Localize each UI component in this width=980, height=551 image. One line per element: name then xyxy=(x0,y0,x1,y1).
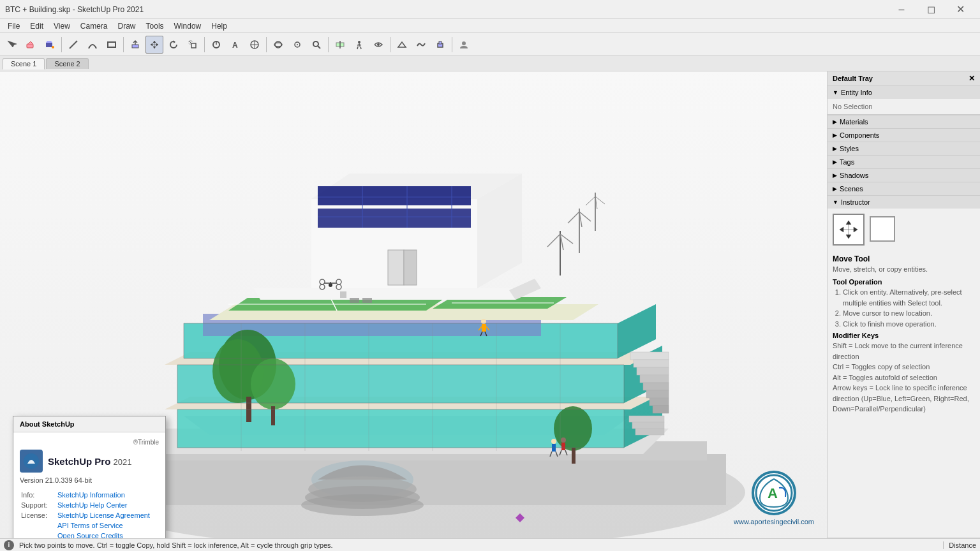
modifier-keys-list: Shift = Lock move to the current inferen… xyxy=(833,341,975,415)
svg-rect-5 xyxy=(191,43,196,48)
walk-tool[interactable] xyxy=(350,36,368,54)
menu-file[interactable]: File xyxy=(3,20,25,32)
viewport[interactable]: About SketchUp ®Trimble SketchUp Pro 202… xyxy=(0,71,827,538)
instructor-header[interactable]: ▼ Instructor xyxy=(828,196,980,209)
entity-info-arrow: ▼ xyxy=(833,89,838,96)
components-header[interactable]: ▶ Components xyxy=(828,129,980,142)
smoove-tool[interactable] xyxy=(412,36,430,54)
text-tool[interactable]: A xyxy=(226,36,244,54)
move-tool[interactable] xyxy=(145,36,163,54)
scene-tab-2[interactable]: Scene 2 xyxy=(46,58,88,69)
svg-rect-94 xyxy=(653,406,669,413)
support-label: Support: xyxy=(21,501,56,510)
account-button[interactable] xyxy=(455,36,473,54)
styles-header[interactable]: ▶ Styles xyxy=(828,142,980,155)
styles-section: ▶ Styles xyxy=(828,142,980,156)
info-link[interactable]: SketchUp Information xyxy=(57,491,125,499)
look-around-tool[interactable] xyxy=(369,36,387,54)
rectangle-tool[interactable] xyxy=(103,36,121,54)
svg-line-70 xyxy=(595,196,605,204)
close-button[interactable]: ✕ xyxy=(946,0,975,19)
svg-rect-93 xyxy=(650,398,669,406)
svg-point-83 xyxy=(251,358,295,409)
license-link[interactable]: SketchUp License Agreement xyxy=(57,511,150,519)
arc-tool[interactable] xyxy=(84,36,101,54)
select-tool[interactable] xyxy=(3,36,20,54)
push-pull-tool[interactable] xyxy=(126,36,144,54)
entity-info-header[interactable]: ▼ Entity Info xyxy=(828,86,980,99)
svg-text:A: A xyxy=(768,485,778,501)
restore-button[interactable]: ◻ xyxy=(916,0,946,19)
watermark-url: www.aportesingecivil.com xyxy=(734,518,814,525)
stamp-tool[interactable] xyxy=(431,36,449,54)
components-arrow: ▶ xyxy=(833,132,837,138)
menu-tools[interactable]: Tools xyxy=(141,20,169,32)
watermark: A www.aportesingecivil.com xyxy=(734,471,814,525)
separator-7 xyxy=(452,37,452,52)
sketchup-icon xyxy=(20,450,43,473)
separator-4 xyxy=(266,37,267,52)
building-scene: About SketchUp ®Trimble SketchUp Pro 202… xyxy=(0,71,827,538)
svg-line-67 xyxy=(568,212,579,223)
svg-rect-127 xyxy=(362,298,372,303)
menu-view[interactable]: View xyxy=(48,20,75,32)
modifier-keys-heading: Modifier Keys xyxy=(833,332,975,339)
sandbox-tool[interactable] xyxy=(393,36,411,54)
support-row: Support: SketchUp Help Center xyxy=(21,501,158,510)
axes-tool[interactable] xyxy=(246,36,264,54)
scenes-tray-section: ▶ Scenes xyxy=(828,182,980,196)
instructor-section: ▼ Instructor Move Tool Move, stretch, or… xyxy=(828,196,980,538)
components-section: ▶ Components xyxy=(828,129,980,142)
menu-help[interactable]: Help xyxy=(206,20,232,32)
app-name-group: SketchUp Pro 2021 xyxy=(48,456,131,467)
eraser-tool[interactable] xyxy=(22,36,40,54)
support-link[interactable]: SketchUp Help Center xyxy=(57,501,127,509)
tray-title: Default Tray xyxy=(833,75,873,82)
rotate-tool[interactable] xyxy=(165,36,182,54)
menu-edit[interactable]: Edit xyxy=(25,20,48,32)
scale-tool[interactable] xyxy=(184,36,202,54)
menu-window[interactable]: Window xyxy=(169,20,207,32)
section-plane-tool[interactable] xyxy=(331,36,349,54)
svg-rect-3 xyxy=(108,42,115,47)
shadows-label: Shadows xyxy=(840,172,868,179)
step-1: Click on entity. Alternatively, pre-sele… xyxy=(843,287,975,308)
svg-line-71 xyxy=(586,196,595,205)
dialog-title: About SketchUp xyxy=(13,416,165,432)
title-bar: BTC + Building.skp - SketchUp Pro 2021 –… xyxy=(0,0,980,19)
info-label: Info: xyxy=(21,490,56,499)
modifier-key-2: Ctrl = Toggles copy of selection xyxy=(833,362,975,372)
svg-line-2 xyxy=(70,41,77,48)
shadows-section: ▶ Shadows xyxy=(828,169,980,182)
separator-5 xyxy=(328,37,329,52)
menu-draw[interactable]: Draw xyxy=(113,20,141,32)
svg-rect-86 xyxy=(572,448,575,464)
pan-tool[interactable] xyxy=(288,36,306,54)
svg-rect-60 xyxy=(404,250,417,285)
paint-bucket-tool[interactable] xyxy=(41,36,59,54)
scene-tab-1[interactable]: Scene 1 xyxy=(3,58,45,70)
scenes-tray-label: Scenes xyxy=(840,185,863,193)
api-row: API Terms of Service xyxy=(21,521,158,530)
tape-measure-tool[interactable] xyxy=(207,36,225,54)
scenes-tray-header[interactable]: ▶ Scenes xyxy=(828,182,980,195)
entity-info-section: ▼ Entity Info No Selection xyxy=(828,86,980,115)
toolbar: A xyxy=(0,33,980,56)
materials-header[interactable]: ▶ Materials xyxy=(828,115,980,128)
orbit-tool[interactable] xyxy=(269,36,287,54)
minimize-button[interactable]: – xyxy=(887,0,916,19)
api-link[interactable]: API Terms of Service xyxy=(57,522,123,529)
tool-operation-steps: Click on entity. Alternatively, pre-sele… xyxy=(833,287,975,329)
open-source-link[interactable]: Open Source Credits xyxy=(57,532,123,538)
menu-camera[interactable]: Camera xyxy=(75,20,113,32)
line-tool[interactable] xyxy=(64,36,82,54)
svg-marker-39 xyxy=(618,304,656,358)
svg-point-18 xyxy=(313,41,318,47)
shadows-header[interactable]: ▶ Shadows xyxy=(828,169,980,182)
info-icon[interactable]: i xyxy=(4,540,14,550)
svg-rect-109 xyxy=(561,443,565,450)
zoom-tool[interactable] xyxy=(308,36,325,54)
tray-close-icon[interactable]: ✕ xyxy=(969,74,975,83)
svg-line-19 xyxy=(318,46,320,48)
tags-header[interactable]: ▶ Tags xyxy=(828,156,980,168)
